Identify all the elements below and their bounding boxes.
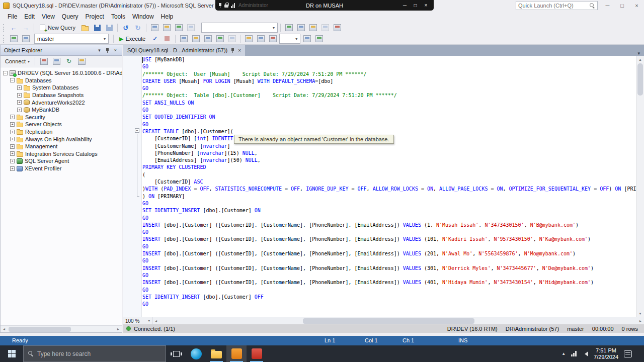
- taskbar-app-ssms[interactable]: [226, 345, 247, 362]
- open-file-icon[interactable]: [79, 23, 91, 33]
- parse-query-icon[interactable]: ✓: [149, 34, 160, 44]
- new-query-button[interactable]: New Query: [37, 24, 78, 32]
- tree-item-server-objects[interactable]: +Server Objects: [1, 121, 122, 128]
- code-editor[interactable]: − USE [MyBankDB]GO/****** Object: User […: [123, 56, 644, 317]
- collapse-region-icon[interactable]: −: [135, 128, 139, 133]
- disconnect-icon[interactable]: [38, 56, 49, 66]
- filter-icon[interactable]: [76, 56, 87, 66]
- scroll-right-icon[interactable]: ►: [115, 326, 122, 333]
- quick-launch[interactable]: [516, 1, 598, 10]
- expand-icon[interactable]: +: [10, 144, 15, 149]
- maximize-button[interactable]: □: [615, 0, 629, 11]
- nav-back-icon[interactable]: ←: [8, 23, 19, 33]
- menu-file[interactable]: File: [4, 12, 21, 22]
- generic-toolbar-icon[interactable]: [161, 23, 172, 33]
- generic-toolbar-icon[interactable]: [185, 23, 196, 33]
- generic-toolbar-icon[interactable]: [202, 34, 213, 44]
- scroll-down-icon[interactable]: ▼: [637, 310, 644, 317]
- expand-icon[interactable]: +: [10, 137, 15, 141]
- generic-toolbar-icon[interactable]: [301, 34, 312, 44]
- tree-item-system-databases[interactable]: +System Databases: [1, 84, 122, 92]
- generic-toolbar-icon[interactable]: [214, 34, 225, 44]
- tree-item-management[interactable]: +Management: [1, 143, 122, 150]
- generic-toolbar-icon[interactable]: [307, 23, 318, 33]
- close-tab-icon[interactable]: ×: [238, 48, 241, 53]
- nav-forward-icon[interactable]: →: [20, 23, 31, 33]
- rdp-close-button[interactable]: ×: [421, 3, 431, 8]
- taskbar-app-browser[interactable]: [186, 345, 206, 362]
- cancel-query-icon[interactable]: [162, 34, 173, 44]
- close-icon[interactable]: ×: [112, 48, 119, 53]
- close-button[interactable]: ×: [629, 0, 644, 11]
- menu-project[interactable]: Project: [82, 12, 108, 22]
- refresh-icon[interactable]: ↻: [63, 56, 74, 66]
- database-dropdown[interactable]: master▾: [34, 34, 109, 44]
- taskbar-clock[interactable]: 7:51 PM 7/29/2024: [594, 347, 618, 360]
- expand-icon[interactable]: +: [10, 122, 15, 127]
- expand-icon[interactable]: +: [10, 151, 15, 156]
- scrollbar-thumb[interactable]: [303, 318, 475, 324]
- generic-toolbar-icon[interactable]: [332, 23, 343, 33]
- expand-icon[interactable]: +: [17, 93, 22, 98]
- tree-item-databases[interactable]: −Databases: [1, 77, 122, 84]
- tree-item-database-snapshots[interactable]: +Database Snapshots: [1, 92, 122, 99]
- generic-toolbar-icon[interactable]: [149, 23, 160, 33]
- taskbar-search[interactable]: [23, 345, 166, 362]
- expand-icon[interactable]: +: [17, 100, 22, 105]
- scrollbar-thumb[interactable]: [9, 327, 71, 332]
- generic-toolbar-icon[interactable]: [267, 34, 278, 44]
- generic-toolbar-icon[interactable]: [190, 34, 201, 44]
- tray-chevron-up-icon[interactable]: ▲: [561, 351, 566, 356]
- quick-launch-input[interactable]: [518, 3, 590, 9]
- menu-edit[interactable]: Edit: [21, 12, 38, 22]
- execute-button[interactable]: ▶Execute: [116, 35, 148, 43]
- toolbar-small-combo[interactable]: ▾: [279, 34, 300, 44]
- generic-toolbar-icon[interactable]: [283, 23, 294, 33]
- task-view-button[interactable]: [166, 345, 186, 362]
- tree-item-always-on-high-availability[interactable]: +Always On High Availability: [1, 135, 122, 143]
- action-center-icon[interactable]: [624, 350, 632, 357]
- menu-view[interactable]: View: [38, 12, 58, 22]
- generic-toolbar-icon[interactable]: [313, 34, 325, 44]
- expand-icon[interactable]: +: [17, 85, 22, 90]
- taskbar-app-red[interactable]: [247, 345, 267, 362]
- toolbar-combo[interactable]: ▾: [201, 23, 278, 33]
- stop-icon[interactable]: [51, 56, 62, 66]
- hscroll-right-icon[interactable]: ►: [637, 317, 644, 324]
- expand-icon[interactable]: +: [10, 159, 15, 163]
- tree-item-dr-dev-sql-server-16-0-1000-6-dr-adminis[interactable]: −DR\DEV (SQL Server 16.0.1000.6 - DR\Adm…: [1, 69, 122, 77]
- scrollbar-thumb[interactable]: [637, 63, 643, 96]
- menu-tools[interactable]: Tools: [108, 12, 129, 22]
- scroll-up-icon[interactable]: ▲: [637, 56, 644, 63]
- taskbar-app-file-explorer[interactable]: [206, 345, 226, 362]
- hscroll-left-icon[interactable]: ◄: [152, 317, 159, 324]
- save-all-icon[interactable]: [104, 23, 115, 33]
- tree-item-integration-services-catalogs[interactable]: +Integration Services Catalogs: [1, 150, 122, 158]
- expand-icon[interactable]: +: [10, 115, 15, 119]
- tree-item-replication[interactable]: +Replication: [1, 128, 122, 136]
- network-icon[interactable]: [571, 351, 577, 356]
- expand-icon[interactable]: +: [17, 108, 22, 112]
- save-icon[interactable]: [92, 23, 103, 33]
- tree-item-mybankdb[interactable]: +MyBankDB: [1, 106, 122, 114]
- generic-toolbar-icon[interactable]: [295, 23, 306, 33]
- tab-list-chevron-icon[interactable]: ▾: [633, 51, 644, 56]
- scroll-left-icon[interactable]: ◄: [1, 326, 8, 333]
- generic-toolbar-icon[interactable]: [243, 34, 254, 44]
- minimize-button[interactable]: ─: [600, 0, 615, 11]
- undo-icon[interactable]: ↺: [120, 23, 131, 33]
- editor-vscrollbar[interactable]: ▲ ▼: [636, 56, 644, 317]
- change-connection-icon[interactable]: [20, 34, 31, 44]
- rdp-minimize-button[interactable]: ─: [399, 3, 410, 8]
- tree-item-sql-server-agent[interactable]: +SQL Server Agent: [1, 157, 122, 165]
- generic-toolbar-icon[interactable]: [178, 34, 189, 44]
- editor-hscrollbar[interactable]: [159, 317, 637, 324]
- generic-toolbar-icon[interactable]: [255, 34, 266, 44]
- connect-database-icon[interactable]: [8, 34, 19, 44]
- collapse-icon[interactable]: −: [10, 78, 15, 82]
- tree-item-adventureworks2022[interactable]: +AdventureWorks2022: [1, 99, 122, 106]
- zoom-select[interactable]: 100 %▾: [123, 317, 152, 325]
- start-button[interactable]: [0, 345, 23, 362]
- connect-dropdown[interactable]: Connect▾: [3, 57, 32, 65]
- menu-window[interactable]: Window: [129, 12, 157, 22]
